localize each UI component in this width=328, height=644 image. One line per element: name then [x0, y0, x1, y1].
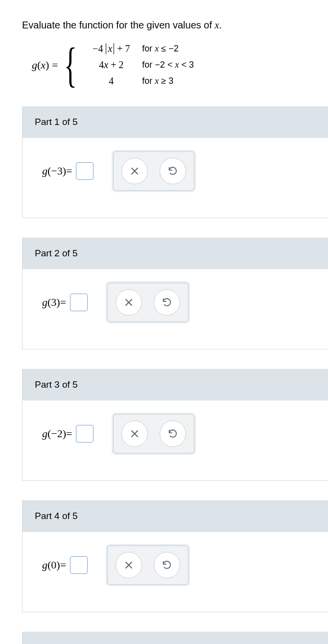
part-2-body: g(3) = — [23, 269, 328, 349]
part-3-answer-group: g(−2) = — [42, 425, 94, 443]
case2-cond1: −2 < — [155, 60, 175, 70]
part-3-answer-input[interactable] — [76, 425, 94, 443]
case1-condrel: ≤ −2 — [159, 44, 178, 53]
part-4-header: Part 4 of 5 — [23, 501, 328, 532]
part-2-eq: = — [60, 296, 66, 309]
clear-button[interactable] — [116, 289, 142, 316]
part-1-answer-group: g(−3) = — [42, 162, 94, 180]
case-1-cond: for x ≤ −2 — [142, 44, 178, 54]
close-icon — [130, 429, 140, 439]
case2-cond2: < 3 — [179, 60, 194, 70]
case-row-2: 4x + 2 for −2 < x < 3 — [84, 59, 194, 71]
part-1-answer-input[interactable] — [76, 162, 94, 180]
case-row-1: −4 x + 7 for x ≤ −2 — [84, 43, 194, 54]
case-3-expr: 4 — [84, 75, 138, 87]
case-2-expr: 4x + 2 — [84, 59, 138, 71]
undo-icon — [162, 560, 172, 570]
reset-button[interactable] — [160, 158, 186, 184]
g-symbol: g — [32, 59, 37, 71]
part-3-body: g(−2) = — [23, 400, 328, 480]
part-2-answer-input[interactable] — [70, 294, 88, 311]
case-2-cond: for −2 < x < 3 — [142, 60, 194, 70]
clear-button[interactable] — [121, 158, 148, 184]
part-4-button-group — [107, 545, 188, 585]
part-5-header: Part 5 of 5 — [23, 632, 328, 644]
piecewise-brace: { — [64, 46, 77, 85]
close-icon — [124, 560, 134, 570]
part-1-header: Part 1 of 5 — [23, 107, 328, 138]
case3-expr: 4 — [109, 75, 114, 86]
part-1-arg: (−3) — [47, 165, 66, 177]
part-4-eq: = — [60, 559, 66, 571]
prompt-end: . — [219, 20, 222, 30]
reset-button[interactable] — [154, 552, 180, 578]
close-icon — [124, 297, 134, 307]
part-1-button-group — [113, 151, 194, 191]
part-2-g: g — [42, 296, 47, 309]
case2-var: x — [104, 59, 108, 70]
clear-button[interactable] — [121, 421, 148, 447]
clear-button[interactable] — [116, 552, 142, 578]
question-prompt: Evaluate the function for the given valu… — [22, 20, 328, 31]
part-3-arg: (−2) — [47, 427, 66, 440]
reset-button[interactable] — [160, 421, 186, 447]
part-1-eq: = — [66, 165, 72, 177]
part-3-eq: = — [66, 427, 72, 440]
part-2-header: Part 2 of 5 — [23, 238, 328, 269]
case-row-3: 4 for x ≥ 3 — [84, 75, 194, 87]
part-1-body: g(−3) = — [23, 138, 328, 218]
part-4: Part 4 of 5 g(0) = — [22, 500, 328, 612]
x-symbol: x — [41, 59, 46, 71]
part-4-answer-input[interactable] — [70, 556, 88, 574]
piecewise-cases: −4 x + 7 for x ≤ −2 4x + 2 for −2 < x < … — [84, 43, 194, 87]
prompt-text: Evaluate the function for the given valu… — [22, 20, 215, 30]
part-4-g: g — [42, 559, 47, 571]
part-3-button-group — [113, 414, 194, 453]
part-2-button-group — [107, 283, 188, 322]
case2-b: + 2 — [108, 59, 123, 70]
part-2: Part 2 of 5 g(3) = — [22, 238, 328, 349]
part-4-body: g(0) = — [23, 532, 328, 612]
undo-icon — [162, 297, 172, 308]
part-5: Part 5 of 5 g(4) = — [22, 632, 328, 644]
equals-sign: = — [49, 59, 58, 71]
part-2-answer-group: g(3) = — [42, 294, 88, 311]
case-1-expr: −4 x + 7 — [84, 43, 138, 54]
part-4-arg: (0) — [47, 559, 60, 571]
case2-for: for — [142, 60, 155, 70]
part-3: Part 3 of 5 g(−2) = — [22, 369, 328, 481]
case1-coef: −4 — [93, 43, 105, 54]
case-3-cond: for x ≥ 3 — [142, 76, 173, 86]
undo-icon — [167, 166, 178, 176]
close-icon — [130, 166, 140, 176]
part-1: Part 1 of 5 g(−3) = — [22, 106, 328, 218]
function-lhs: g(x) = — [32, 59, 58, 72]
part-3-header: Part 3 of 5 — [23, 370, 328, 400]
case3-for: for — [142, 76, 155, 86]
case1-var: x — [108, 43, 112, 54]
case1-tail: + 7 — [115, 43, 130, 54]
undo-icon — [167, 428, 178, 439]
part-4-answer-group: g(0) = — [42, 556, 88, 574]
part-1-g: g — [42, 165, 47, 177]
case1-for: for — [142, 44, 155, 53]
part-2-arg: (3) — [47, 296, 60, 309]
case2-a: 4 — [99, 59, 104, 70]
part-3-g: g — [42, 427, 47, 440]
reset-button[interactable] — [154, 289, 180, 316]
case3-condrel: ≥ 3 — [159, 76, 173, 86]
function-definition: g(x) = { −4 x + 7 for x ≤ −2 4x + 2 for … — [32, 43, 328, 87]
